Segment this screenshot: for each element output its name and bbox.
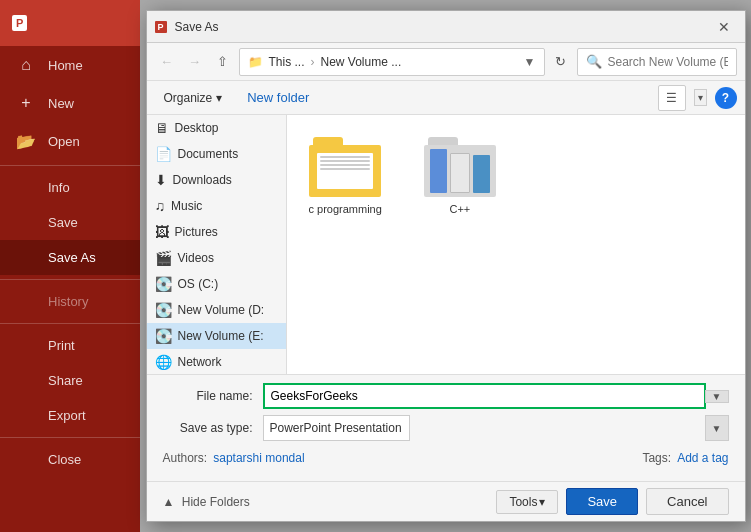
sidebar-close-label: Close <box>48 452 81 467</box>
vol-e-icon: 💽 <box>155 328 172 344</box>
nav-item-vol-e[interactable]: 💽 New Volume (E: <box>147 323 286 349</box>
desktop-icon: 🖥 <box>155 120 169 136</box>
save-as-dialog: P Save As ✕ ← → ⇧ 📁 This ... › New Volum… <box>146 10 746 522</box>
search-input[interactable] <box>608 55 728 69</box>
app-logo: P <box>0 0 140 46</box>
search-icon: 🔍 <box>586 54 602 69</box>
path-bar[interactable]: 📁 This ... › New Volume ... ▼ <box>239 48 545 76</box>
documents-icon: 📄 <box>155 146 172 162</box>
filename-input[interactable] <box>263 383 706 409</box>
help-button[interactable]: ? <box>715 87 737 109</box>
sidebar-item-info[interactable]: Info <box>0 170 140 205</box>
tags-value[interactable]: Add a tag <box>677 451 728 465</box>
sidebar-info-label: Info <box>48 180 70 195</box>
dialog-form: File name: ▼ Save as type: PowerPoint Pr… <box>147 374 745 481</box>
path-part1: This ... <box>269 55 305 69</box>
nav-item-desktop[interactable]: 🖥 Desktop <box>147 115 286 141</box>
nav-item-pictures[interactable]: 🖼 Pictures <box>147 219 286 245</box>
refresh-button[interactable]: ↻ <box>549 50 573 74</box>
dialog-footer: ▲ Hide Folders Tools ▾ Save Cancel <box>147 481 745 521</box>
savetype-dropdown-icon: ▼ <box>705 415 729 441</box>
path-icon: 📁 <box>248 55 263 69</box>
sidebar-item-new[interactable]: + New <box>0 84 140 122</box>
nav-item-documents[interactable]: 📄 Documents <box>147 141 286 167</box>
close-button[interactable]: ✕ <box>711 14 737 40</box>
tools-button[interactable]: Tools ▾ <box>496 490 558 514</box>
home-icon: ⌂ <box>16 56 36 74</box>
path-dropdown-icon[interactable]: ▼ <box>524 55 536 69</box>
meta-authors: Authors: saptarshi mondal <box>163 451 446 465</box>
hide-folders-button[interactable]: ▲ Hide Folders <box>163 495 250 509</box>
nav-item-videos[interactable]: 🎬 Videos <box>147 245 286 271</box>
network-icon: 🌐 <box>155 354 172 370</box>
savetype-row: Save as type: PowerPoint Presentation ▼ <box>163 415 729 441</box>
sidebar-item-open[interactable]: 📂 Open <box>0 122 140 161</box>
tags-label: Tags: <box>642 451 671 465</box>
dialog-title: Save As <box>175 20 711 34</box>
toolbar: Organize ▾ New folder ☰ ▾ ? <box>147 81 745 115</box>
pictures-icon: 🖼 <box>155 224 169 240</box>
view-dropdown-icon[interactable]: ▾ <box>694 89 707 106</box>
sidebar-item-share[interactable]: Share <box>0 363 140 398</box>
tools-label: Tools <box>509 495 537 509</box>
dialog-title-icon: P <box>155 21 167 33</box>
new-folder-button[interactable]: New folder <box>239 87 317 108</box>
sidebar-share-label: Share <box>48 373 83 388</box>
folder-label-c-programming: c programming <box>309 203 382 215</box>
up-button[interactable]: ⇧ <box>211 50 235 74</box>
view-button[interactable]: ☰ <box>658 85 686 111</box>
nav-item-downloads[interactable]: ⬇ Downloads <box>147 167 286 193</box>
os-c-icon: 💽 <box>155 276 172 292</box>
authors-value[interactable]: saptarshi mondal <box>213 451 304 465</box>
organize-label: Organize <box>164 91 213 105</box>
nav-item-network[interactable]: 🌐 Network <box>147 349 286 374</box>
organize-button[interactable]: Organize ▾ <box>155 87 232 109</box>
savetype-select-wrapper: PowerPoint Presentation ▼ <box>263 415 729 441</box>
folder-icon-cpp <box>424 137 496 197</box>
sidebar-item-save-as[interactable]: Save As <box>0 240 140 275</box>
sidebar-open-label: Open <box>48 134 80 149</box>
main-content: 🖥 Desktop 📄 Documents ⬇ Downloads ♫ Musi… <box>147 115 745 374</box>
filename-dropdown[interactable]: ▼ <box>705 390 729 403</box>
vol-d-icon: 💽 <box>155 302 172 318</box>
navigation-bar: ← → ⇧ 📁 This ... › New Volume ... ▼ ↻ 🔍 <box>147 43 745 81</box>
sidebar-item-home[interactable]: ⌂ Home <box>0 46 140 84</box>
forward-button[interactable]: → <box>183 50 207 74</box>
search-box: 🔍 <box>577 48 737 76</box>
form-meta: Authors: saptarshi mondal Tags: Add a ta… <box>163 447 729 473</box>
dialog-overlay: P Save As ✕ ← → ⇧ 📁 This ... › New Volum… <box>140 0 751 532</box>
sidebar-save-as-label: Save As <box>48 250 96 265</box>
filename-label: File name: <box>163 389 253 403</box>
sidebar-history-label: History <box>48 294 88 309</box>
sidebar-save-label: Save <box>48 215 78 230</box>
folder-c-programming[interactable]: c programming <box>303 131 388 221</box>
nav-item-vol-d[interactable]: 💽 New Volume (D: <box>147 297 286 323</box>
save-button[interactable]: Save <box>566 488 638 515</box>
path-separator: › <box>311 55 315 69</box>
sidebar-item-save[interactable]: Save <box>0 205 140 240</box>
nav-item-music[interactable]: ♫ Music <box>147 193 286 219</box>
sidebar-home-label: Home <box>48 58 83 73</box>
authors-label: Authors: <box>163 451 208 465</box>
sidebar-item-close[interactable]: Close <box>0 442 140 477</box>
sidebar: P ⌂ Home + New 📂 Open Info Save Save As … <box>0 0 140 532</box>
downloads-icon: ⬇ <box>155 172 167 188</box>
sidebar-item-print[interactable]: Print <box>0 328 140 363</box>
savetype-label: Save as type: <box>163 421 253 435</box>
hide-folders-chevron-icon: ▲ <box>163 495 175 509</box>
videos-icon: 🎬 <box>155 250 172 266</box>
savetype-select[interactable]: PowerPoint Presentation <box>263 415 410 441</box>
hide-folders-label: Hide Folders <box>182 495 250 509</box>
cancel-button[interactable]: Cancel <box>646 488 728 515</box>
folder-label-cpp: C++ <box>449 203 470 215</box>
file-content-area: c programming C++ <box>287 115 745 374</box>
folder-icon-c-programming <box>309 137 381 197</box>
open-icon: 📂 <box>16 132 36 151</box>
nav-item-os-c[interactable]: 💽 OS (C:) <box>147 271 286 297</box>
powerpoint-icon: P <box>12 15 27 31</box>
sidebar-item-export[interactable]: Export <box>0 398 140 433</box>
folder-cpp[interactable]: C++ <box>418 131 502 221</box>
back-button[interactable]: ← <box>155 50 179 74</box>
sidebar-item-history[interactable]: History <box>0 284 140 319</box>
path-part2: New Volume ... <box>321 55 402 69</box>
